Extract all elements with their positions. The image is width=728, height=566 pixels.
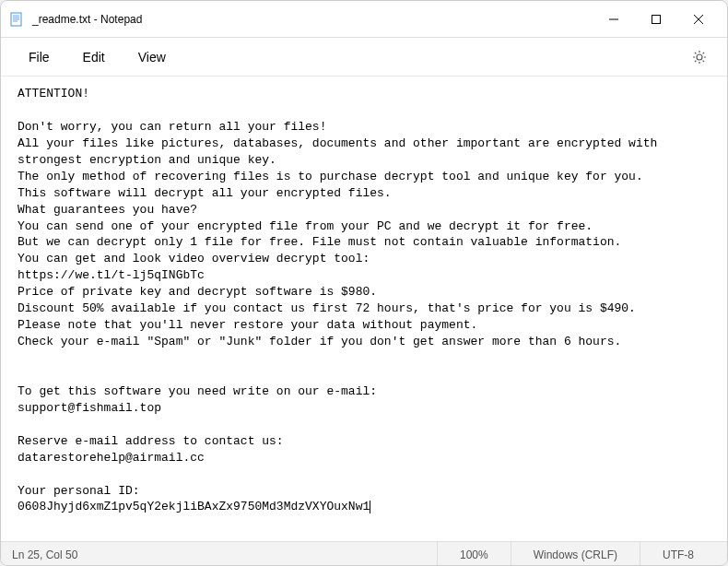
text-caret [370, 501, 370, 513]
statusbar: Ln 25, Col 50 100% Windows (CRLF) UTF-8 [1, 541, 727, 566]
maximize-button[interactable] [635, 1, 677, 38]
menu-edit[interactable]: Edit [66, 44, 122, 70]
window-title: _readme.txt - Notepad [32, 13, 593, 26]
status-zoom: 100% [437, 542, 511, 566]
menu-file[interactable]: File [12, 44, 66, 70]
gear-icon [692, 50, 707, 65]
settings-button[interactable] [683, 41, 716, 74]
close-button[interactable] [677, 1, 720, 38]
svg-rect-6 [652, 15, 661, 23]
menu-view[interactable]: View [122, 44, 182, 70]
status-cursor-position: Ln 25, Col 50 [12, 548, 288, 561]
menubar: File Edit View [1, 38, 727, 77]
notepad-icon [8, 11, 25, 28]
window-controls [593, 1, 720, 38]
titlebar: _readme.txt - Notepad [1, 1, 727, 38]
status-encoding: UTF-8 [640, 542, 716, 566]
document-text: ATTENTION! Don't worry, you can return a… [18, 86, 710, 515]
text-editor-area[interactable]: ATTENTION! Don't worry, you can return a… [1, 77, 727, 541]
status-line-ending: Windows (CRLF) [511, 542, 640, 566]
minimize-button[interactable] [593, 1, 635, 38]
